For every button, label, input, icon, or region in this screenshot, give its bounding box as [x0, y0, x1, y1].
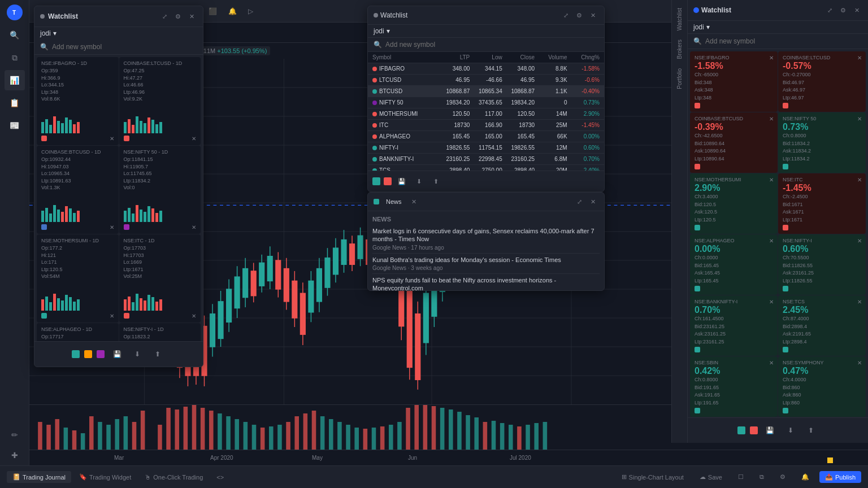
study-btn[interactable]: 📊	[5, 70, 25, 90]
remove-2[interactable]: ✕	[110, 224, 114, 230]
wl-dot-10[interactable]	[695, 408, 700, 413]
wl-footer-save[interactable]: 💾	[762, 422, 778, 438]
footer-save-btn[interactable]: 💾	[109, 346, 125, 362]
news-expand-btn[interactable]: ⤢	[574, 196, 585, 207]
news-sidebar-btn[interactable]: 📰	[5, 115, 25, 136]
symbol-card-2[interactable]: COINBASE:BTCUSD - 1D Op:10932.44Hi:10947…	[37, 146, 119, 234]
wl-right-popout[interactable]: ⤢	[824, 5, 835, 16]
table-row-9[interactable]: TCS 2898.40 2750.00 2898.40 20M 2.40%	[368, 165, 604, 171]
wt-footer-download[interactable]: ⬇	[412, 175, 426, 188]
wl-card-8[interactable]: NSE:BANKNIFTY-I 0.70% Ch:161.4500Bid:231…	[690, 295, 778, 356]
wl-remove-8[interactable]: ✕	[767, 298, 775, 306]
wt-footer-red[interactable]	[384, 177, 392, 185]
wl-right-close[interactable]: ✕	[851, 5, 862, 16]
wl-dot-9[interactable]	[783, 347, 788, 352]
search-sidebar-btn[interactable]: 🔍	[5, 25, 25, 45]
symbol-card-5[interactable]: NSE:ITC - 1D Op:17703Hi:17703Lo:1669Ltp:…	[119, 234, 201, 323]
table-row-8[interactable]: BANKNIFTY-I 23160.25 22998.45 23160.25 6…	[368, 154, 604, 165]
layout-btn[interactable]: ⊞ Single-Chart Layout	[616, 471, 689, 483]
popup-close-btn[interactable]: ✕	[186, 11, 197, 22]
tab-trading-widget[interactable]: 🔖 Trading Widget	[73, 471, 137, 483]
table-row-5[interactable]: ITC 18730 166.90 18730 25M -1.45%	[368, 120, 604, 131]
wl-footer-share[interactable]: ⬆	[803, 422, 819, 438]
app-logo[interactable]: T	[7, 5, 23, 20]
footer-share-btn[interactable]: ⬆	[150, 346, 166, 362]
wl-right-search[interactable]: 🔍	[688, 34, 868, 49]
footer-orange-dot[interactable]	[84, 350, 92, 358]
wt-search-bar[interactable]: 🔍	[368, 38, 604, 52]
wl-remove-4[interactable]: ✕	[767, 176, 775, 184]
wl-dot-4[interactable]	[695, 225, 700, 230]
symbol-card-1[interactable]: COINBASE:LTCUSD - 1D Op:47.25Hi:47.27Lo:…	[119, 57, 201, 145]
side-tab-portfolio[interactable]: Portfolio	[674, 65, 685, 93]
wl-dot-0[interactable]	[695, 103, 700, 108]
wl-dot-2[interactable]	[695, 164, 700, 169]
wl-dot-7[interactable]	[783, 286, 788, 291]
wl-card-0[interactable]: NSE:IFBAGRO -1.58% Ch:-65000Bid:348Ask:3…	[690, 51, 778, 112]
popup-popout-btn[interactable]: ⤢	[159, 11, 170, 22]
dot-red-0[interactable]	[41, 136, 47, 141]
wl-card-2[interactable]: COINBASE:BTCUSD -0.39% Ch:-42.6500Bid:10…	[690, 112, 778, 173]
tab-one-click-trading[interactable]: 🖱 One-Click Trading	[139, 472, 209, 483]
wl-card-3[interactable]: NSE:NIFTY 50 0.73% Ch:0.8000Bid:11834.2A…	[778, 112, 866, 173]
wl-card-4[interactable]: NSE:MOTHERSUMI 2.90% Ch:3.4000Bid:120.5A…	[690, 173, 778, 234]
wt-footer-save[interactable]: 💾	[395, 175, 409, 188]
wl-card-11[interactable]: NSE:SYMPHONY 0.47% Ch:4.0000Bid:860Ask:8…	[778, 356, 866, 417]
save-btn[interactable]: ☁ Save	[694, 471, 728, 483]
table-row-3[interactable]: NIFTY 50 19834.20 37435.65 19834.20 0 0.…	[368, 97, 604, 108]
replay-btn[interactable]: ▷	[244, 5, 258, 18]
drawing-tools-btn[interactable]: ✏	[5, 425, 25, 445]
wl-card-6[interactable]: NSE:ALPHAGEO 0.00% Ch:0.0000Bid:165.45As…	[690, 234, 778, 295]
wl-dot-5[interactable]	[783, 225, 788, 230]
wt-close-btn[interactable]: ✕	[587, 10, 598, 21]
wl-remove-11[interactable]: ✕	[856, 359, 863, 367]
wl-dot-1[interactable]	[783, 103, 788, 108]
dot-green-4[interactable]	[41, 313, 47, 319]
wt-settings-btn[interactable]: ⚙	[574, 10, 585, 21]
wl-remove-3[interactable]: ✕	[856, 115, 863, 123]
tab-trading-journal[interactable]: 📔 Trading Journal	[7, 471, 71, 483]
wt-footer-share[interactable]: ⬆	[429, 175, 442, 188]
table-row-6[interactable]: ALPHAGEO 165.45 165.00 165.45 66K 0.00%	[368, 131, 604, 142]
footer-green-dot[interactable]	[72, 350, 80, 358]
alerts-btn[interactable]: 🔔	[796, 471, 815, 483]
symbol-card-6[interactable]: NSE:ALPHAGEO - 1D Op:17717Hi:177.55Lo:36…	[37, 323, 119, 341]
symbol-card-0[interactable]: NSE:IFBAGRO - 1D Op:359Hi:366.9Lo:344.15…	[37, 57, 119, 145]
wl-remove-5[interactable]: ✕	[856, 176, 863, 184]
wl-remove-6[interactable]: ✕	[767, 237, 775, 245]
alert-btn[interactable]: 🔔	[224, 5, 241, 18]
table-row-2[interactable]: BTCUSD 10868.87 10865.34 10868.87 1.1K -…	[368, 86, 604, 97]
wl-right-settings[interactable]: ⚙	[837, 5, 849, 16]
wt-account[interactable]: jodi ▾	[368, 25, 604, 38]
wl-remove-10[interactable]: ✕	[767, 359, 775, 367]
dot-blue-2[interactable]	[41, 224, 47, 230]
wl-card-7[interactable]: NSE:NIFTY-I 0.60% Ch:70.5500Bid:11826.55…	[778, 234, 866, 295]
side-tab-brokers[interactable]: Brokers	[674, 36, 685, 62]
wl-footer-red-dot[interactable]	[750, 426, 758, 434]
symbol-card-4[interactable]: NSE:MOTHERSUMI - 1D Op:177.2Hi:121Lo:171…	[37, 234, 119, 323]
ob-book-btn[interactable]: 📋	[5, 93, 25, 113]
wl-remove-1[interactable]: ✕	[856, 54, 863, 62]
popup-search-input[interactable]	[52, 43, 197, 51]
layers-btn[interactable]: ⧉	[5, 47, 25, 68]
news-item-1[interactable]: Kunal Bothra's trading ideas for Monday'…	[372, 254, 600, 274]
wl-dot-3[interactable]	[783, 164, 788, 169]
wl-card-10[interactable]: NSE:SBIN 0.42% Ch:0.8000Bid:191.65Ask:19…	[690, 356, 778, 417]
wt-footer-green[interactable]	[372, 177, 380, 185]
wt-popout-btn[interactable]: ⤢	[560, 10, 571, 21]
symbol-card-3[interactable]: NSE:NIFTY 50 - 1D Op:11841.15Hi:11905.7L…	[119, 146, 201, 234]
fullscreen-btn[interactable]: ☐	[732, 471, 749, 483]
split-layout-btn[interactable]: ⧉	[754, 471, 770, 483]
dot-red-5[interactable]	[124, 313, 129, 319]
template-btn[interactable]: ⬛	[204, 5, 222, 18]
popup-settings-btn[interactable]: ⚙	[172, 11, 184, 22]
dot-purple-3[interactable]	[124, 224, 129, 230]
popup-account[interactable]: jodi ▾	[34, 27, 203, 40]
dot-red-1[interactable]	[124, 136, 129, 141]
remove-5[interactable]: ✕	[192, 313, 196, 319]
tab-code-editor[interactable]: <>	[211, 472, 229, 483]
wl-remove-0[interactable]: ✕	[767, 54, 775, 62]
footer-purple-dot[interactable]	[97, 350, 105, 358]
wl-footer-download[interactable]: ⬇	[783, 422, 798, 438]
wl-card-1[interactable]: COINBASE:LTCUSD -0.57% Ch:-0.27000Bid:46…	[778, 51, 866, 112]
